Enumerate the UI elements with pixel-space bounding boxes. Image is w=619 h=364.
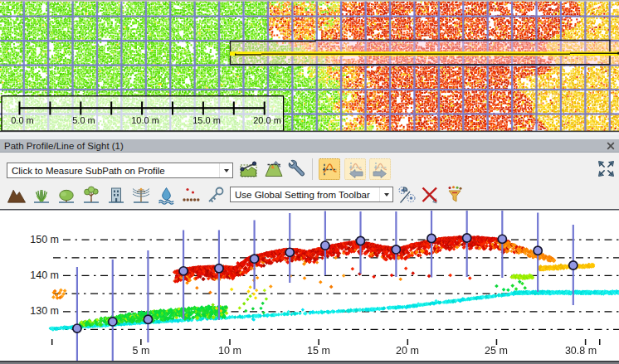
profile-plot-canvas[interactable] (0, 209, 619, 364)
scalebar-label-15: 15.0 m (193, 115, 221, 125)
toolbar-separator (312, 158, 313, 180)
powerline-class-icon[interactable] (131, 185, 151, 205)
lidar-app-window: 0.0 m 5.0 m 10.0 m 15.0 m 20.0 m Path Pr… (0, 0, 619, 364)
measure-mode-value: Click to Measure SubPath on Profile (7, 166, 219, 176)
clear-classification-button[interactable] (420, 185, 440, 205)
expand-extents-button[interactable] (596, 158, 616, 178)
y-axis-label-150: 150 m (28, 234, 61, 245)
profile-toolbar-row1: Click to Measure SubPath on Profile (0, 153, 619, 183)
profile-plot[interactable]: 150 m 140 m 130 m 5 m 10 m 15 m 20 m 25 … (0, 209, 619, 364)
measure-mode-dropdown[interactable]: Click to Measure SubPath on Profile (7, 163, 233, 178)
global-setting-dropdown[interactable]: Use Global Setting from Toolbar (230, 187, 393, 202)
water-class-icon[interactable] (156, 185, 176, 205)
y-axis-label-140: 140 m (28, 269, 61, 281)
scalebar-label-10: 10.0 m (131, 115, 159, 125)
next-profile-button[interactable] (369, 158, 391, 180)
profile-mountain-button[interactable] (264, 158, 284, 178)
x-axis-label-25: 25 m (485, 345, 508, 357)
point-dots-class-icon[interactable] (181, 185, 201, 205)
previous-profile-button[interactable] (344, 158, 366, 180)
low-vegetation-class-icon[interactable] (32, 185, 51, 205)
wrench-icon-button[interactable] (287, 158, 307, 178)
map-view[interactable]: 0.0 m 5.0 m 10.0 m 15.0 m 20.0 m (0, 0, 619, 133)
medium-vegetation-class-icon[interactable] (56, 185, 76, 205)
map-point-cloud-canvas[interactable] (0, 0, 619, 133)
profile-by-points-button[interactable] (238, 158, 258, 178)
classify-settings-button[interactable] (397, 185, 417, 205)
y-axis-label-130: 130 m (28, 305, 61, 317)
x-axis-label-10: 10 m (218, 345, 241, 357)
building-class-icon[interactable] (106, 185, 126, 205)
close-icon[interactable] (605, 140, 617, 152)
x-axis-label-5: 5 m (133, 345, 150, 357)
global-setting-value: Use Global Setting from Toolbar (231, 190, 379, 200)
classification-toolbar-row2: Use Global Setting from Toolbar (0, 183, 619, 208)
x-axis-label-15: 15 m (307, 345, 330, 357)
running-profile-toggle-button[interactable] (319, 158, 340, 180)
ground-class-icon[interactable] (7, 185, 27, 205)
high-vegetation-class-icon[interactable] (81, 185, 101, 205)
filter-points-button[interactable] (445, 185, 465, 205)
scalebar-label-20: 20.0 m (253, 115, 281, 125)
chevron-down-icon[interactable] (379, 187, 392, 201)
scalebar-label-0: 0.0 m (11, 115, 34, 125)
model-keypoint-class-icon[interactable] (206, 185, 226, 205)
x-axis-label-30-8: 30.8 m (565, 345, 597, 357)
panel-title-bar: Path Profile/Line of Sight (1) (0, 139, 619, 153)
panel-title: Path Profile/Line of Sight (1) (4, 141, 124, 151)
scalebar-label-5: 5.0 m (72, 115, 95, 125)
chevron-down-icon[interactable] (219, 163, 232, 177)
x-axis-label-20: 20 m (396, 345, 419, 357)
